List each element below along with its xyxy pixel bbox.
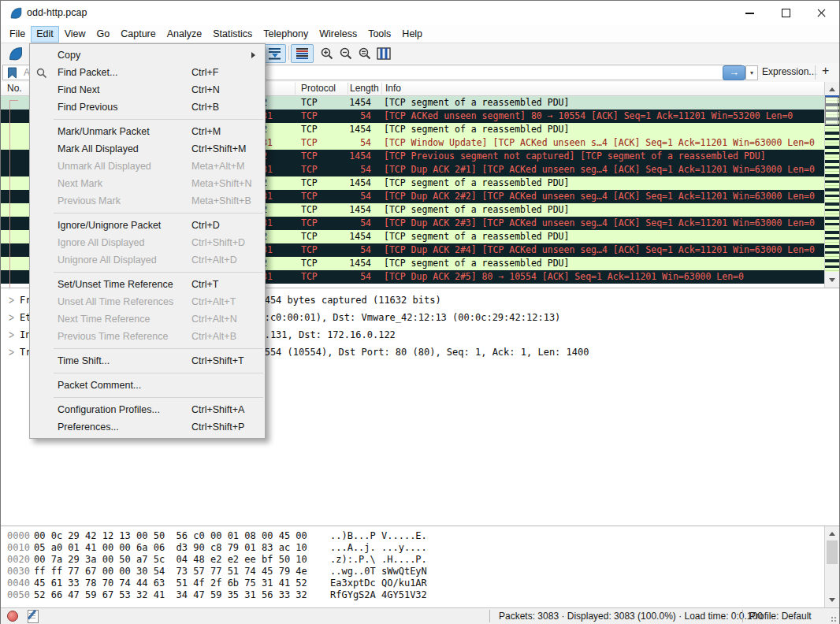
bookmark-icon[interactable] <box>7 67 17 82</box>
cell-protocol: TCP <box>301 110 318 123</box>
hex-ascii: .z):.P.\ .H....P. <box>330 554 427 566</box>
menubar-item-statistics[interactable]: Statistics <box>207 26 258 43</box>
menu-item-label: Ignore All Displayed <box>58 234 144 251</box>
scroll-up-arrow[interactable] <box>825 83 839 96</box>
menu-item-ignore-unignore-packet[interactable]: Ignore/Unignore PacketCtrl+D <box>30 217 265 234</box>
menu-item-find-packet[interactable]: Find Packet...Ctrl+F <box>30 64 265 81</box>
hex-row[interactable]: 0030ff ff 77 67 00 00 30 54 73 57 77 51 … <box>1 566 839 578</box>
scroll-down-arrow[interactable] <box>825 273 839 287</box>
menubar-item-telephony[interactable]: Telephony <box>258 26 314 43</box>
menu-bar: FileEditViewGoCaptureAnalyzeStatisticsTe… <box>1 25 839 43</box>
minimize-button[interactable] <box>732 1 768 24</box>
menu-item-time-shift[interactable]: Time Shift...Ctrl+Shift+T <box>30 352 265 370</box>
hex-offset: 0030 <box>7 566 30 578</box>
close-button[interactable] <box>803 1 839 24</box>
menubar-item-file[interactable]: File <box>4 26 31 43</box>
cell-info: [TCP segment of a reassembled PDU] <box>384 96 569 110</box>
menu-item-find-previous[interactable]: Find PreviousCtrl+B <box>30 98 265 116</box>
menu-item-configuration-profiles[interactable]: Configuration Profiles...Ctrl+Shift+A <box>30 401 265 418</box>
hex-row[interactable]: 000000 0c 29 42 12 13 00 50 56 c0 00 01 … <box>1 530 839 542</box>
menubar-item-tools[interactable]: Tools <box>362 26 396 43</box>
cell-length: 1454 <box>316 123 371 136</box>
menu-item-label: Previous Mark <box>58 192 121 210</box>
menu-item-mark-all-displayed[interactable]: Mark All DisplayedCtrl+Shift+M <box>30 140 265 158</box>
filter-dropdown-caret[interactable]: ▾ <box>745 65 758 80</box>
menu-item-unignore-all-displayed[interactable]: Unignore All DisplayedCtrl+Alt+D <box>30 251 265 269</box>
cell-info: [TCP segment of a reassembled PDU] <box>384 123 569 136</box>
expression-button[interactable]: Expression... <box>762 66 816 77</box>
colorize-button[interactable] <box>291 44 314 63</box>
maximize-button[interactable] <box>768 1 804 24</box>
hex-scrollbar[interactable] <box>824 526 839 607</box>
menu-item-shortcut: Ctrl+D <box>191 217 220 234</box>
scrollbar-thumb[interactable] <box>825 97 838 125</box>
menu-item-shortcut: Ctrl+Alt+N <box>191 310 237 328</box>
resize-columns-icon <box>377 47 391 60</box>
resize-columns-button[interactable] <box>372 44 395 63</box>
menubar-item-analyze[interactable]: Analyze <box>162 26 207 43</box>
wireshark-logo-icon <box>9 6 23 23</box>
hex-bytes: 00 0c 29 42 12 13 00 50 56 c0 00 01 08 0… <box>34 530 307 542</box>
menu-item-shortcut: Ctrl+F <box>191 64 218 81</box>
related-packet-corner <box>9 100 18 101</box>
auto-scroll-button[interactable] <box>263 44 286 63</box>
add-filter-button[interactable]: + <box>822 64 829 78</box>
hex-scrollbar-thumb[interactable] <box>827 540 838 564</box>
profile-label[interactable]: Profile: Default <box>749 611 812 622</box>
hex-row[interactable]: 005052 66 47 59 67 53 32 41 34 47 59 35 … <box>1 589 839 601</box>
menu-item-find-next[interactable]: Find NextCtrl+N <box>30 81 265 98</box>
menu-item-shortcut: Ctrl+Alt+T <box>191 293 236 310</box>
menu-item-preferences[interactable]: Preferences...Ctrl+Shift+P <box>30 418 265 436</box>
menubar-item-edit[interactable]: Edit <box>31 26 59 43</box>
menu-item-set-unset-time-reference[interactable]: Set/Unset Time ReferenceCtrl+T <box>30 276 265 293</box>
wireshark-window: odd-http.pcap FileEditViewGoCaptureAnaly… <box>0 0 840 624</box>
hex-row[interactable]: 004045 61 33 78 70 74 44 63 51 4f 2f 6b … <box>1 578 839 589</box>
menu-item-shortcut: Ctrl+N <box>191 81 220 98</box>
menu-item-label: Unmark All Displayed <box>58 158 151 175</box>
menu-item-shortcut: Ctrl+Alt+D <box>191 251 237 269</box>
packet-list-scrollbar[interactable] <box>824 82 839 288</box>
resize-grip[interactable] <box>831 616 837 622</box>
cell-length: 54 <box>316 110 371 123</box>
hex-dump-pane: 000000 0c 29 42 12 13 00 50 56 c0 00 01 … <box>1 526 839 608</box>
menu-item-previous-mark[interactable]: Previous MarkMeta+Shift+B <box>30 192 265 210</box>
menu-separator <box>54 397 263 398</box>
menu-item-label: Configuration Profiles... <box>58 401 160 418</box>
menu-item-unmark-all-displayed[interactable]: Unmark All DisplayedMeta+Alt+M <box>30 158 265 175</box>
menu-item-label: Preferences... <box>58 418 119 436</box>
hex-row[interactable]: 001005 a0 01 41 00 00 6a 06 d3 90 c8 79 … <box>1 542 839 554</box>
menu-item-packet-comment[interactable]: Packet Comment... <box>30 377 265 394</box>
menubar-item-capture[interactable]: Capture <box>115 26 161 43</box>
menu-item-copy[interactable]: Copy <box>30 46 265 64</box>
hex-scroll-up-arrow[interactable] <box>825 527 839 540</box>
wireshark-fin-toolbar-icon[interactable] <box>4 44 27 63</box>
window-title: odd-http.pcap <box>27 7 87 18</box>
menu-item-next-time-reference[interactable]: Next Time ReferenceCtrl+Alt+N <box>30 310 265 328</box>
cell-length: 54 <box>316 190 371 203</box>
column-info[interactable]: Info <box>385 83 401 94</box>
hex-scroll-down-arrow[interactable] <box>825 593 839 607</box>
capture-comment-icon[interactable] <box>28 610 39 623</box>
menu-item-previous-time-reference[interactable]: Previous Time ReferenceCtrl+Alt+B <box>30 328 265 345</box>
cell-protocol: TCP <box>301 257 318 270</box>
menu-item-shortcut: Meta+Shift+B <box>191 192 251 210</box>
title-bar: odd-http.pcap <box>1 1 839 25</box>
menubar-item-view[interactable]: View <box>59 26 91 43</box>
menu-item-next-mark[interactable]: Next MarkMeta+Shift+N <box>30 175 265 192</box>
column-protocol[interactable]: Protocol <box>301 83 336 94</box>
menu-separator <box>54 119 263 120</box>
menu-item-unset-all-time-references[interactable]: Unset All Time ReferencesCtrl+Alt+T <box>30 293 265 310</box>
menu-item-ignore-all-displayed[interactable]: Ignore All DisplayedCtrl+Shift+D <box>30 234 265 251</box>
column-length[interactable]: Length <box>350 83 379 94</box>
cell-info: [TCP Previous segment not captured] [TCP… <box>384 150 766 163</box>
menubar-item-go[interactable]: Go <box>91 26 116 43</box>
menubar-item-wireless[interactable]: Wireless <box>314 26 362 43</box>
apply-filter-button[interactable]: → <box>723 65 745 80</box>
column-no[interactable]: No. <box>7 83 22 94</box>
menubar-item-help[interactable]: Help <box>396 26 428 43</box>
menu-item-shortcut: Ctrl+Alt+B <box>191 328 236 345</box>
expert-info-icon[interactable] <box>7 611 18 622</box>
hex-row[interactable]: 002000 7a 29 3a 00 50 a7 5c 04 48 e2 e2 … <box>1 554 839 566</box>
menu-item-mark-unmark-packet[interactable]: Mark/Unmark PacketCtrl+M <box>30 123 265 140</box>
cell-info: [TCP Window Update] [TCP ACKed unseen s…… <box>384 136 815 150</box>
